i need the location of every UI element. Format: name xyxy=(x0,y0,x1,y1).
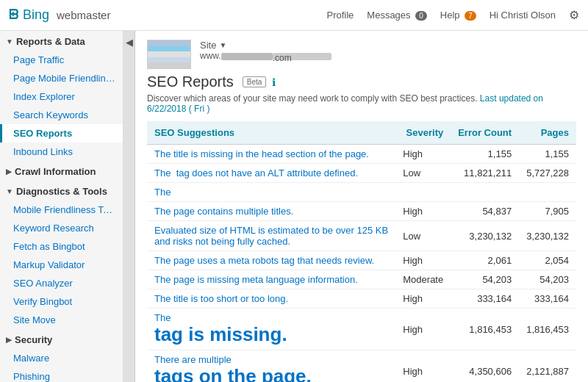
sidebar-section-security-label: Security xyxy=(15,334,52,345)
help-link[interactable]: Help 7 xyxy=(440,10,476,21)
logo: ᗸ Bing webmaster xyxy=(9,7,110,23)
suggestion-link[interactable]: The tag does not have an ALT attribute d… xyxy=(154,167,358,179)
severity-cell: High xyxy=(395,309,451,350)
error-count-cell: 11,821,211 xyxy=(451,164,519,183)
sidebar-item-keyword-research[interactable]: Keyword Research xyxy=(0,219,123,237)
error-count-cell: 3,230,132 xyxy=(451,221,519,251)
error-count-cell: 4,350,606 xyxy=(451,350,519,383)
beta-badge: Beta xyxy=(243,76,267,87)
suggestion-cell: Evaluated size of HTML is estimated to b… xyxy=(147,221,395,251)
error-count-cell: 333,164 xyxy=(451,289,519,309)
sidebar-item-index-explorer[interactable]: Index Explorer xyxy=(0,87,123,106)
pages-cell: 2,054 xyxy=(519,251,576,270)
severity-cell: Low xyxy=(395,221,451,251)
severity-cell: High xyxy=(395,251,451,270)
severity-cell: High xyxy=(395,145,451,164)
sidebar-item-seo-analyzer[interactable]: SEO Analyzer xyxy=(0,274,123,292)
suggestion-cell: The title is too short or too long. xyxy=(147,289,395,309)
info-icon[interactable]: ℹ xyxy=(272,76,276,88)
suggestion-cell: The tag is missing. xyxy=(147,309,395,350)
suggestion-link[interactable]: The tag contains additional tags.</a> </… xyxy=(154,187,171,198)
suggestion-link[interactable]: The page is missing meta language inform… xyxy=(154,274,358,285)
sidebar-item-site-move[interactable]: Site Move xyxy=(0,311,123,329)
site-dropdown-icon[interactable]: ▼ xyxy=(219,41,226,49)
bing-text: Bing xyxy=(23,7,49,23)
suggestion-link[interactable]: The page contains multiple titles. xyxy=(154,206,293,217)
pages-cell: 2,121,887 xyxy=(519,350,576,383)
suggestion-cell: The page uses a meta robots tag that nee… xyxy=(147,251,395,270)
sidebar-item-mobile-test[interactable]: Mobile Friendliness Test xyxy=(0,201,123,219)
suggestion-link[interactable]: The title is too short or too long. xyxy=(154,293,288,304)
col-header-error-count: Error Count xyxy=(451,121,519,145)
suggestion-cell: The title is missing in the head section… xyxy=(147,145,395,164)
pages-cell: 333,164 xyxy=(519,289,576,309)
sidebar: ▼ Reports & Data Page Traffic Page Mobil… xyxy=(0,31,123,382)
suggestion-cell: The tag contains additional tags.</a> </… xyxy=(147,183,395,202)
messages-badge: 0 xyxy=(415,11,427,21)
description-text: Discover which areas of your site may ne… xyxy=(147,93,478,104)
site-thumbnail xyxy=(147,40,191,69)
sidebar-item-fetch-bingbot[interactable]: Fetch as Bingbot xyxy=(0,237,123,256)
suggestion-link[interactable]: The title is missing in the head section… xyxy=(154,148,369,159)
messages-label: Messages xyxy=(367,10,410,21)
sidebar-section-crawl[interactable]: ▶ Crawl Information xyxy=(0,161,123,181)
arrow-diagnostics: ▼ xyxy=(6,187,13,195)
webmaster-text: webmaster xyxy=(57,9,110,21)
settings-icon[interactable]: ⚙ xyxy=(569,8,579,22)
sidebar-item-page-traffic[interactable]: Page Traffic xyxy=(0,51,123,69)
error-count-cell: 54,203 xyxy=(451,270,519,289)
table-row: The page is missing meta language inform… xyxy=(147,270,576,289)
sidebar-item-phishing[interactable]: Phishing xyxy=(0,367,123,382)
suggestion-cell: The page contains multiple titles. xyxy=(147,202,395,221)
suggestion-cell: There are multiple tags on the page. xyxy=(147,350,395,383)
sidebar-collapse[interactable]: ◀ xyxy=(123,31,135,382)
severity-cell: Low xyxy=(395,164,451,183)
sidebar-item-inbound-links[interactable]: Inbound Links xyxy=(0,143,123,161)
bing-icon: ᗸ xyxy=(9,7,18,23)
sidebar-section-diagnostics-label: Diagnostics & Tools xyxy=(16,186,107,197)
main-layout: ▼ Reports & Data Page Traffic Page Mobil… xyxy=(0,31,588,382)
sidebar-section-diagnostics[interactable]: ▼ Diagnostics & Tools xyxy=(0,181,123,201)
sidebar-section-security[interactable]: ▶ Security xyxy=(0,329,123,349)
sidebar-section-crawl-label: Crawl Information xyxy=(15,166,96,177)
suggestion-link[interactable]: The page uses a meta robots tag that nee… xyxy=(154,255,374,266)
sidebar-item-verify-bingbot[interactable]: Verify Bingbot xyxy=(0,292,123,311)
sidebar-item-seo-reports[interactable]: SEO Reports xyxy=(0,124,123,143)
sidebar-item-markup-validator[interactable]: Markup Validator xyxy=(0,256,123,274)
collapse-icon: ◀ xyxy=(126,37,133,48)
content-area: Site ▼ www..com SEO Reports Beta ℹ Disco… xyxy=(135,31,588,382)
top-nav: ᗸ Bing webmaster Profile Messages 0 Help… xyxy=(0,0,588,31)
error-count-cell: 54,837 xyxy=(451,202,519,221)
help-badge: 7 xyxy=(465,11,476,21)
arrow-crawl: ▶ xyxy=(6,167,12,176)
sidebar-item-malware[interactable]: Malware xyxy=(0,349,123,367)
table-row: The tag is missing. High 1,816,453 1,816… xyxy=(147,309,576,350)
suggestion-link[interactable]: tags on the page. xyxy=(154,365,312,382)
table-row: The tag does not have an ALT attribute d… xyxy=(147,164,576,183)
severity-cell: Moderate xyxy=(395,270,451,289)
table-row: Evaluated size of HTML is estimated to b… xyxy=(147,221,576,251)
suggestion-cell: The tag does not have an ALT attribute d… xyxy=(147,164,395,183)
page-title: SEO Reports xyxy=(147,73,234,90)
top-nav-links: Profile Messages 0 Help 7 Hi Christi Ols… xyxy=(326,8,579,22)
table-row: The page contains multiple titles. High … xyxy=(147,202,576,221)
messages-link[interactable]: Messages 0 xyxy=(367,10,426,21)
arrow-security: ▶ xyxy=(6,336,12,344)
suggestion-cell: The page is missing meta language inform… xyxy=(147,270,395,289)
suggestion-link[interactable]: The xyxy=(154,312,171,323)
profile-link[interactable]: Profile xyxy=(326,10,354,21)
sidebar-section-reports[interactable]: ▼ Reports & Data xyxy=(0,31,123,51)
suggestion-link[interactable]: Evaluated size of HTML is estimated to b… xyxy=(154,225,388,247)
table-row: There are multiple tags on the page. Hig… xyxy=(147,350,576,383)
error-count-cell: 1,816,453 xyxy=(451,309,519,350)
table-row: The title is too short or too long. High… xyxy=(147,289,576,309)
suggestion-link[interactable]: There are multiple xyxy=(154,354,232,365)
site-name-row: Site ▼ xyxy=(200,40,331,51)
page-title-row: SEO Reports Beta ℹ xyxy=(147,73,576,90)
sidebar-item-mobile-friendliness[interactable]: Page Mobile Friendliness xyxy=(0,69,123,87)
suggestion-link[interactable]: tag is missing. xyxy=(154,323,287,345)
sidebar-section-reports-label: Reports & Data xyxy=(16,36,85,47)
pages-cell: 1,816,453 xyxy=(519,309,576,350)
sidebar-item-search-keywords[interactable]: Search Keywords xyxy=(0,106,123,124)
severity-cell: High xyxy=(395,289,451,309)
